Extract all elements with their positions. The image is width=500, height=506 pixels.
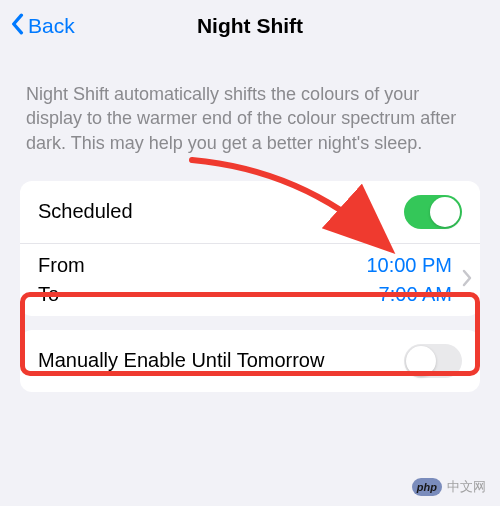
description-text: Night Shift automatically shifts the col… <box>0 52 500 167</box>
manual-row[interactable]: Manually Enable Until Tomorrow <box>20 330 480 392</box>
schedule-times: 10:00 PM 7:00 AM <box>366 254 452 306</box>
watermark-text: 中文网 <box>447 478 486 496</box>
manual-label: Manually Enable Until Tomorrow <box>38 349 404 372</box>
from-time: 10:00 PM <box>366 254 452 277</box>
schedule-labels: From To <box>38 254 366 306</box>
toggle-knob <box>430 197 460 227</box>
scheduled-toggle[interactable] <box>404 195 462 229</box>
from-label: From <box>38 254 366 277</box>
chevron-right-icon <box>462 269 472 291</box>
page-title: Night Shift <box>197 14 303 38</box>
toggle-knob <box>406 346 436 376</box>
to-time: 7:00 AM <box>366 283 452 306</box>
schedule-time-row[interactable]: From To 10:00 PM 7:00 AM <box>20 243 480 316</box>
watermark: php 中文网 <box>412 478 486 496</box>
navbar: Back Night Shift <box>0 0 500 52</box>
chevron-left-icon <box>10 13 24 40</box>
manual-toggle[interactable] <box>404 344 462 378</box>
watermark-badge: php <box>412 478 442 496</box>
back-label: Back <box>28 14 75 38</box>
back-button[interactable]: Back <box>10 13 75 40</box>
scheduled-group: Scheduled From To 10:00 PM 7:00 AM <box>20 181 480 316</box>
manual-group: Manually Enable Until Tomorrow <box>20 330 480 392</box>
scheduled-row[interactable]: Scheduled <box>20 181 480 243</box>
to-label: To <box>38 283 366 306</box>
scheduled-label: Scheduled <box>38 200 404 223</box>
